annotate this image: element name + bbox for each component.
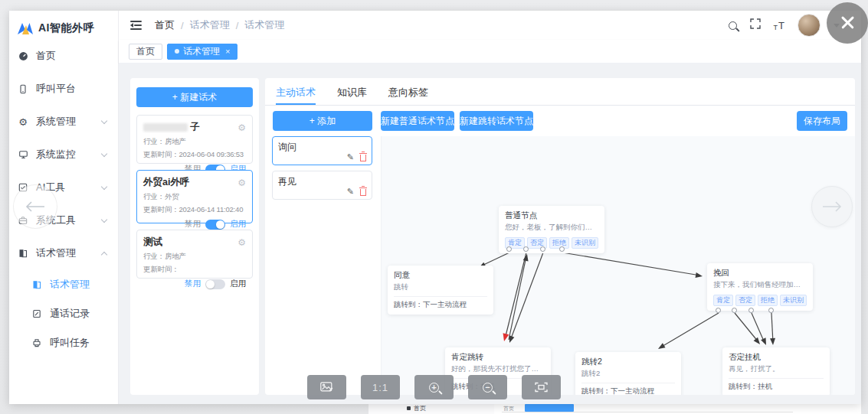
enable-toggle[interactable] [205,279,225,289]
node-title: 否定挂机 [729,352,824,363]
connection-port[interactable] [506,246,512,252]
screen: 首页 首页 AI智能外呼 [0,0,868,414]
intent-tag[interactable]: 未识别 [572,237,598,249]
industry-value: 外贸 [165,192,179,200]
breadcrumb-script-mgmt[interactable]: 话术管理 [190,18,230,32]
sidebar-item-home[interactable]: 首页 [9,44,119,67]
chevron-up-icon [101,252,107,258]
view-tab-script-mgmt[interactable]: 话术管理 × [167,44,237,60]
zoom-out-button[interactable]: − [468,375,507,399]
active-dot-icon [175,49,179,54]
flow-node-retain[interactable]: 挽回 接下来，我们销售经理加您微信详细沟通... 肯定 否定 拒绝 未识别 [707,263,813,311]
connection-port[interactable] [716,308,721,313]
enable-label: 启用 [230,279,246,289]
node-jump-target: 跳转到：下一主动流程 [581,383,675,395]
updated-value: 2024-06-14 11:02:40 [179,205,244,214]
enable-label: 启用 [230,219,246,230]
intent-tag[interactable]: 否定 [735,295,755,306]
dashboard-icon [18,51,28,61]
sidebar-item-system-monitor[interactable]: 系统监控 [9,143,119,166]
breadcrumb-separator: / [181,20,184,31]
new-jump-node-button[interactable]: 新建跳转话术节点 [460,111,533,131]
edit-icon[interactable]: ✎ [347,187,354,196]
gear-icon: ⚙ [18,116,28,127]
sidebar-collapse-icon[interactable] [130,21,142,30]
chevron-down-icon [101,118,107,124]
next-page-button[interactable] [811,186,853,227]
delete-icon[interactable] [360,155,366,161]
sidebar-subitem-call-records[interactable]: 通话记录 [9,303,119,324]
enable-toggle[interactable] [205,220,225,230]
node-title: 跳转2 [581,357,675,367]
sidebar-subitem-script-mgmt[interactable]: 话术管理 [9,274,119,295]
actual-size-button[interactable]: 1:1 [361,375,400,399]
industry-label: 行业： [143,252,165,260]
node-title: 挽回 [713,268,807,279]
edit-icon[interactable]: ✎ [347,153,354,161]
close-tab-icon[interactable]: × [225,47,230,56]
flow-node-normal[interactable]: 普通节点 您好，老板，了解到你们有做外贸业务，... 肯定 否定 拒绝 未识别 [499,206,604,253]
sidebar-item-call-platform[interactable]: 呼叫平台 [9,77,119,100]
flow-node-deny-hangup[interactable]: 否定挂机 再见，打扰了。 跳转到：挂机 [722,347,830,395]
script-name-redacted: 子 [143,121,200,134]
export-image-button[interactable] [307,375,346,399]
intent-tag[interactable]: 肯定 [713,295,733,306]
flow-canvas[interactable]: 普通节点 您好，老板，了解到你们有做外贸业务，... 肯定 否定 拒绝 未识别 [381,136,855,395]
flow-node-jump2[interactable]: 跳转2 跳转2 跳转到：下一主动流程 [575,352,681,395]
scale-label: 1:1 [372,382,388,393]
monitor-icon [18,149,28,160]
view-tab-home[interactable]: 首页 [129,44,162,60]
node-text: 跳转2 [581,369,675,379]
search-icon[interactable] [729,21,737,30]
delete-icon[interactable] [360,189,366,196]
connection-port[interactable] [559,246,565,252]
intent-tag[interactable]: 未识别 [780,295,807,306]
script-item-inquiry[interactable]: 询问 ✎ [272,136,372,165]
industry-label: 行业： [143,192,165,200]
tab-intent-tags[interactable]: 意向标签 [388,86,428,105]
connection-port[interactable] [540,246,545,252]
script-card[interactable]: 测试 ⚙ 行业：房地产 更新时间： 禁用 启用 [136,230,253,279]
tab-knowledge-base[interactable]: 知识库 [337,86,367,105]
industry-value: 房地产 [165,137,186,145]
font-size-icon[interactable]: TT [774,20,784,31]
breadcrumb-home[interactable]: 首页 [155,18,175,32]
sidebar-subitem-label: 呼叫任务 [50,336,90,350]
prev-page-button[interactable] [13,184,57,229]
gear-icon[interactable]: ⚙ [237,123,246,132]
gear-icon[interactable]: ⚙ [237,178,246,187]
divider [502,412,793,412]
gear-icon[interactable]: ⚙ [237,238,246,247]
intent-tag[interactable]: 拒绝 [758,295,778,306]
script-card[interactable]: 子 ⚙ 行业：房地产 更新时间：2024-06-04 09:36:53 禁用 启… [136,115,253,164]
sidebar-item-label: 呼叫平台 [36,82,76,96]
tab-active-script[interactable]: 主动话术 [276,86,316,105]
new-normal-node-button[interactable]: 新建普通话术节点 [381,111,454,131]
content-area: + 新建话术 子 ⚙ 行业：房地产 更新时间：2024-06-04 09:36:… [119,63,861,404]
new-script-button[interactable]: + 新建话术 [136,87,253,107]
connection-port[interactable] [523,246,529,252]
script-item-goodbye[interactable]: 再见 ✎ [272,171,372,200]
connection-port[interactable] [732,308,737,313]
overlay-close-button[interactable] [827,2,868,44]
industry-value: 房地产 [165,252,186,260]
avatar[interactable] [798,14,821,37]
fit-screen-button[interactable] [522,375,561,399]
flow-node-agree[interactable]: 同意 跳转 跳转到：下一主动流程 [388,266,493,315]
disable-label: 禁用 [185,279,201,289]
fullscreen-icon[interactable] [750,18,761,32]
breadcrumb-current: 话术管理 [244,18,284,32]
add-button[interactable]: + 添加 [273,111,372,131]
zoom-in-button[interactable]: + [414,375,454,399]
top-header: 首页 / 话术管理 / 话术管理 TT [119,11,861,40]
save-layout-button[interactable]: 保存布局 [797,111,847,131]
connection-port[interactable] [748,308,754,313]
script-book-icon [18,248,28,259]
connection-port[interactable] [768,308,774,313]
sidebar-item-script-mgmt[interactable]: 话术管理 [9,242,119,265]
script-name: 外贸ai外呼 [143,176,189,189]
sidebar-item-system-admin[interactable]: ⚙ 系统管理 [9,110,119,133]
script-card-selected[interactable]: 外贸ai外呼 ⚙ 行业：外贸 更新时间：2024-06-14 11:02:40 … [136,170,253,223]
mini-home-label: 首页 [414,404,426,412]
sidebar-subitem-call-tasks[interactable]: 呼叫任务 [9,332,119,354]
